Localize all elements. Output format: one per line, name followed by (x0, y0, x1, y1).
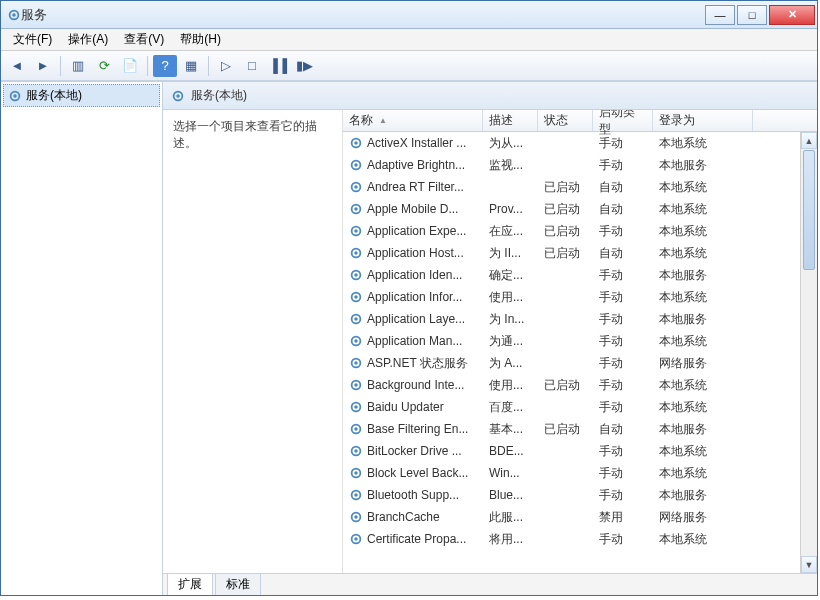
list-body[interactable]: ActiveX Installer ...为从...手动本地系统Adaptive… (343, 132, 800, 573)
col-name[interactable]: 名称▲ (343, 110, 483, 131)
tab-standard[interactable]: 标准 (215, 573, 261, 595)
service-name: Baidu Updater (367, 400, 444, 414)
cell-name: BitLocker Drive ... (343, 444, 483, 458)
svg-point-19 (354, 273, 358, 277)
export-button[interactable]: 📄 (118, 55, 142, 77)
gear-icon (349, 246, 363, 260)
cell-desc: Win... (483, 466, 538, 480)
service-row[interactable]: BranchCache此服...禁用网络服务 (343, 506, 800, 528)
gear-icon (349, 444, 363, 458)
start-service-button[interactable]: ▷ (214, 55, 238, 77)
service-row[interactable]: Baidu Updater百度...手动本地系统 (343, 396, 800, 418)
col-desc[interactable]: 描述 (483, 110, 538, 131)
properties-button[interactable]: ▦ (179, 55, 203, 77)
svg-point-25 (354, 339, 358, 343)
service-row[interactable]: Andrea RT Filter...已启动自动本地系统 (343, 176, 800, 198)
scroll-up-button[interactable]: ▲ (801, 132, 817, 149)
cell-status: 已启动 (538, 377, 593, 394)
pause-service-button[interactable]: ▐▐ (266, 55, 290, 77)
service-row[interactable]: Application Host...为 II...已启动自动本地系统 (343, 242, 800, 264)
svg-point-9 (354, 163, 358, 167)
cell-name: Application Iden... (343, 268, 483, 282)
close-button[interactable]: ✕ (769, 5, 815, 25)
cell-name: Background Inte... (343, 378, 483, 392)
cell-desc: 为 II... (483, 245, 538, 262)
scrollbar-thumb[interactable] (803, 150, 815, 270)
gear-icon (171, 89, 185, 103)
svg-point-21 (354, 295, 358, 299)
menu-view[interactable]: 查看(V) (116, 29, 172, 50)
service-row[interactable]: ActiveX Installer ...为从...手动本地系统 (343, 132, 800, 154)
right-pane: 服务(本地) 选择一个项目来查看它的描述。 名称▲ 描述 状态 启动类型 登录为… (163, 82, 817, 595)
service-row[interactable]: ASP.NET 状态服务为 A...手动网络服务 (343, 352, 800, 374)
titlebar[interactable]: 服务 — □ ✕ (1, 1, 817, 29)
restart-service-button[interactable]: ▮▶ (292, 55, 316, 77)
cell-start: 自动 (593, 421, 653, 438)
service-row[interactable]: Application Infor...使用...手动本地系统 (343, 286, 800, 308)
service-row[interactable]: Base Filtering En...基本...已启动自动本地服务 (343, 418, 800, 440)
svg-point-17 (354, 251, 358, 255)
service-row[interactable]: Block Level Back...Win...手动本地系统 (343, 462, 800, 484)
service-row[interactable]: Bluetooth Supp...Blue...手动本地服务 (343, 484, 800, 506)
service-row[interactable]: BitLocker Drive ...BDE...手动本地系统 (343, 440, 800, 462)
stop-service-button[interactable]: □ (240, 55, 264, 77)
show-hide-tree-button[interactable]: ▥ (66, 55, 90, 77)
col-status[interactable]: 状态 (538, 110, 593, 131)
svg-point-31 (354, 405, 358, 409)
service-row[interactable]: Application Laye...为 In...手动本地服务 (343, 308, 800, 330)
cell-status: 已启动 (538, 179, 593, 196)
service-name: Application Laye... (367, 312, 465, 326)
service-row[interactable]: Application Man...为通...手动本地系统 (343, 330, 800, 352)
toolbar: ◄ ► ▥ ⟳ 📄 ? ▦ ▷ □ ▐▐ ▮▶ (1, 51, 817, 81)
menu-action[interactable]: 操作(A) (60, 29, 116, 50)
service-row[interactable]: Application Expe...在应...已启动手动本地系统 (343, 220, 800, 242)
cell-desc: 此服... (483, 509, 538, 526)
service-row[interactable]: Certificate Propa...将用...手动本地系统 (343, 528, 800, 550)
svg-point-33 (354, 427, 358, 431)
tab-extended[interactable]: 扩展 (167, 573, 213, 595)
cell-name: Application Infor... (343, 290, 483, 304)
forward-button[interactable]: ► (31, 55, 55, 77)
service-name: Application Infor... (367, 290, 462, 304)
minimize-button[interactable]: — (705, 5, 735, 25)
cell-logon: 本地服务 (653, 157, 753, 174)
service-row[interactable]: Application Iden...确定...手动本地服务 (343, 264, 800, 286)
gear-icon (349, 158, 363, 172)
vertical-scrollbar[interactable]: ▲ ▼ (800, 132, 817, 573)
cell-name: BranchCache (343, 510, 483, 524)
cell-desc: 百度... (483, 399, 538, 416)
service-name: Andrea RT Filter... (367, 180, 464, 194)
gear-icon (8, 89, 22, 103)
gear-icon (349, 422, 363, 436)
svg-point-29 (354, 383, 358, 387)
help-button[interactable]: ? (153, 55, 177, 77)
menu-help[interactable]: 帮助(H) (172, 29, 229, 50)
menu-file[interactable]: 文件(F) (5, 29, 60, 50)
cell-name: Bluetooth Supp... (343, 488, 483, 502)
tree-root-item[interactable]: 服务(本地) (3, 84, 160, 107)
list-pane: 名称▲ 描述 状态 启动类型 登录为 ActiveX Installer ...… (343, 110, 817, 573)
back-button[interactable]: ◄ (5, 55, 29, 77)
service-row[interactable]: Background Inte...使用...已启动手动本地系统 (343, 374, 800, 396)
service-row[interactable]: Adaptive Brightn...监视...手动本地服务 (343, 154, 800, 176)
maximize-button[interactable]: □ (737, 5, 767, 25)
svg-point-27 (354, 361, 358, 365)
col-start[interactable]: 启动类型 (593, 110, 653, 131)
cell-logon: 本地系统 (653, 377, 753, 394)
service-row[interactable]: Apple Mobile D...Prov...已启动自动本地系统 (343, 198, 800, 220)
refresh-button[interactable]: ⟳ (92, 55, 116, 77)
cell-name: Baidu Updater (343, 400, 483, 414)
gear-icon (349, 532, 363, 546)
svg-point-11 (354, 185, 358, 189)
col-logon[interactable]: 登录为 (653, 110, 753, 131)
cell-desc: 将用... (483, 531, 538, 548)
services-window: 服务 — □ ✕ 文件(F) 操作(A) 查看(V) 帮助(H) ◄ ► ▥ ⟳… (0, 0, 818, 596)
cell-name: Application Expe... (343, 224, 483, 238)
scroll-down-button[interactable]: ▼ (801, 556, 817, 573)
cell-start: 禁用 (593, 509, 653, 526)
cell-logon: 本地系统 (653, 399, 753, 416)
cell-status: 已启动 (538, 421, 593, 438)
svg-point-15 (354, 229, 358, 233)
cell-desc: 为 A... (483, 355, 538, 372)
service-name: Base Filtering En... (367, 422, 468, 436)
